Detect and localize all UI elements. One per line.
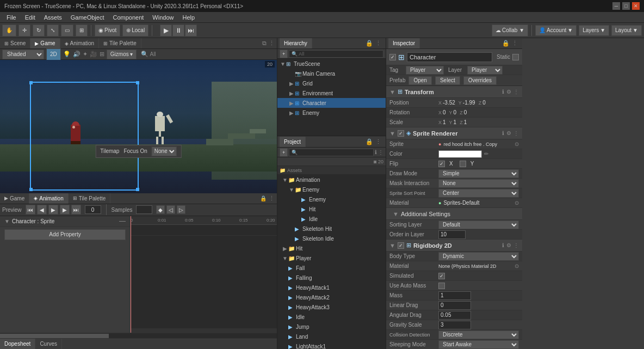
lock-proj-icon[interactable]: 🔒: [366, 138, 373, 145]
transform-tool[interactable]: ⊞: [76, 25, 88, 36]
folder-hit[interactable]: ▶ 📁 Hit: [277, 243, 386, 253]
anim-enemy[interactable]: ▶ Enemy: [277, 194, 386, 204]
tilemap-dropdown[interactable]: None: [152, 146, 177, 156]
anim-play-btn[interactable]: ▶: [48, 205, 58, 215]
folder-enemy[interactable]: ▼ 📁 Enemy: [277, 185, 386, 194]
sprite-renderer-toggle[interactable]: ✓: [398, 130, 404, 137]
gizmos-btn[interactable]: Gizmos ▾: [107, 50, 137, 59]
menu-file[interactable]: File: [2, 12, 21, 22]
camera-icon[interactable]: 🎥: [90, 51, 97, 58]
mat-pick-btn[interactable]: ⊙: [515, 200, 519, 206]
angular-drag-field[interactable]: [438, 311, 471, 320]
hier-truescene[interactable]: ▼ ⊞ TrueScene: [277, 59, 386, 69]
sr-more-icon[interactable]: ⋮: [513, 130, 519, 136]
audio-icon[interactable]: 🔊: [73, 51, 81, 58]
transform-settings-icon[interactable]: ⚙: [506, 89, 511, 95]
playhead[interactable]: [131, 216, 131, 333]
rb-more-icon[interactable]: ⋮: [513, 242, 519, 248]
pivot-btn[interactable]: ◉ Pivot: [95, 25, 120, 36]
open-prefab-btn[interactable]: Open: [408, 76, 431, 85]
object-name-field[interactable]: [407, 52, 492, 62]
frame-input[interactable]: [85, 205, 101, 214]
order-layer-field[interactable]: [438, 230, 466, 239]
tab-inspector[interactable]: Inspector: [388, 38, 420, 48]
anim-fall[interactable]: ▶ Fall: [277, 263, 386, 273]
anim-scrollbar[interactable]: [0, 333, 277, 338]
anim-idle[interactable]: ▶ Idle: [277, 214, 386, 224]
menu-gameobject[interactable]: GameObject: [66, 12, 109, 22]
add-property-btn[interactable]: Add Property: [4, 229, 126, 240]
color-swatch[interactable]: [438, 150, 482, 158]
anim-heavy3[interactable]: ▶ HeavyAttack3: [277, 302, 386, 312]
key-right-btn[interactable]: ▷: [177, 205, 185, 214]
anim-falling[interactable]: ▶ Falling: [277, 273, 386, 283]
local-btn[interactable]: ⊕ Local: [122, 25, 148, 36]
collision-det-dropdown[interactable]: Discrete: [438, 330, 519, 339]
select-prefab-btn[interactable]: Select: [435, 76, 460, 85]
maximize-icon[interactable]: ⧉: [262, 40, 267, 47]
tab-tile-palette[interactable]: ⊞Tile Palette: [69, 193, 111, 204]
additional-settings-header[interactable]: ▼ Additional Settings: [386, 208, 522, 220]
more-hier-icon[interactable]: ⋮: [375, 40, 381, 47]
sleeping-mode-dropdown[interactable]: Start Awake: [438, 340, 519, 349]
hier-maincamera[interactable]: 📷 Main Camera: [277, 69, 386, 78]
tab-animation-top[interactable]: ◈Animation: [60, 38, 99, 48]
anim-heavy2[interactable]: ▶ HeavyAttack2: [277, 292, 386, 302]
lighting-icon[interactable]: 💡: [63, 51, 71, 58]
samples-input[interactable]: 60: [136, 205, 152, 214]
tab-scene[interactable]: ⊞Scene: [0, 38, 30, 48]
sr-settings-icon[interactable]: ⚙: [506, 130, 511, 136]
proj-more-icon[interactable]: ⋮: [378, 149, 383, 155]
maximize-btn[interactable]: □: [622, 2, 630, 10]
hier-environment[interactable]: ▶ ⊞ Environment: [277, 88, 386, 98]
gravity-scale-field[interactable]: [438, 321, 471, 329]
track-remove-btn[interactable]: —: [119, 217, 126, 225]
hier-grid[interactable]: ▶ ⊞ Grid: [277, 78, 386, 88]
tab-tilepalette[interactable]: ⊞Tile Palette: [99, 38, 141, 48]
rotate-tool[interactable]: ↻: [33, 25, 45, 36]
anim-hit[interactable]: ▶ Hit: [277, 204, 386, 214]
anim-light1[interactable]: ▶ LightAttack1: [277, 341, 386, 349]
lock-insp-icon[interactable]: 🔒: [502, 40, 510, 47]
draw-mode-dropdown[interactable]: Simple: [438, 169, 519, 178]
tag-dropdown[interactable]: Player: [406, 66, 444, 75]
active-checkbox[interactable]: ✓: [389, 54, 396, 60]
overrides-btn[interactable]: Overrides: [463, 76, 497, 85]
shading-dropdown[interactable]: Shaded Wireframe: [2, 50, 44, 59]
anim-fwd-btn[interactable]: ▶: [60, 205, 70, 215]
menu-component[interactable]: Component: [108, 12, 148, 22]
key-left-btn[interactable]: ◁: [166, 205, 175, 214]
tab-game[interactable]: ▶Game: [30, 38, 60, 48]
anim-back-btn[interactable]: ◀: [37, 205, 47, 215]
anim-land[interactable]: ▶ Land: [277, 332, 386, 341]
transform-info-icon[interactable]: ℹ: [502, 89, 504, 95]
lock-icon[interactable]: 🔒: [260, 195, 267, 201]
anim-jump[interactable]: ▶ Jump: [277, 322, 386, 332]
grid-icon[interactable]: ⊞: [100, 51, 104, 58]
auto-mass-checkbox[interactable]: [438, 283, 445, 289]
rb-mat-pick-btn[interactable]: ⊙: [515, 263, 519, 269]
sprite-renderer-header[interactable]: ▼ ✓ ◈ Sprite Renderer ℹ ⚙ ⋮: [386, 127, 522, 139]
mask-dropdown[interactable]: None: [438, 179, 519, 188]
hier-enemy[interactable]: ▶ ⊞ Enemy: [277, 108, 386, 118]
linear-drag-field[interactable]: [438, 301, 471, 310]
tab-project[interactable]: Project: [280, 137, 306, 147]
menu-window[interactable]: Window: [148, 12, 178, 22]
timeline-scroll[interactable]: [131, 328, 277, 333]
color-pick-icon[interactable]: ✏: [484, 151, 488, 157]
account-btn[interactable]: 👤 Account ▼: [535, 25, 577, 36]
more-icon[interactable]: ⋮: [269, 195, 275, 202]
more-insp-icon[interactable]: ⋮: [512, 40, 518, 47]
folder-animation[interactable]: ▼ 📁 Animation: [277, 175, 386, 185]
anim-skel-idle[interactable]: ▶ Skeleton Idle: [277, 234, 386, 243]
scale-tool[interactable]: ⤡: [47, 25, 59, 36]
rigidbody-header[interactable]: ▼ ✓ ⊞ Rigidbody 2D ℹ ⚙ ⋮: [386, 240, 522, 252]
hand-tool[interactable]: ✋: [2, 25, 16, 36]
anim-skel-hit[interactable]: ▶ Skeleton Hit: [277, 224, 386, 234]
transform-header[interactable]: ▼ ⊞ Transform ℹ ⚙ ⋮: [386, 86, 522, 98]
color-value[interactable]: ✏: [438, 150, 519, 158]
tab-game-anim[interactable]: ▶Game: [0, 193, 29, 204]
fx-icon[interactable]: ✦: [83, 51, 88, 58]
pause-btn[interactable]: ⏸: [172, 25, 184, 36]
sr-info-icon[interactable]: ℹ: [502, 130, 504, 136]
